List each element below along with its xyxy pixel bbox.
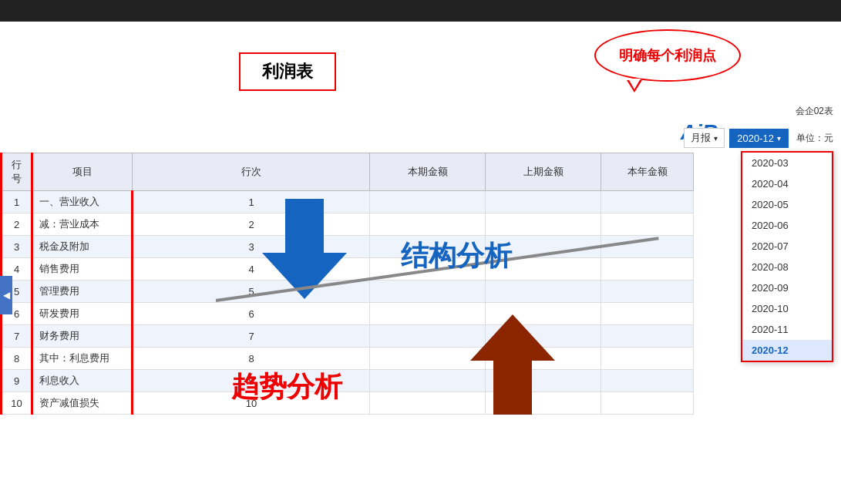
row-amount-0 xyxy=(370,281,486,303)
row-id: 8 xyxy=(2,348,32,370)
row-amount-1 xyxy=(486,281,601,303)
row-amount-0 xyxy=(370,303,486,325)
table-row: 6研发费用6 xyxy=(2,303,694,325)
table-row: 7财务费用7 xyxy=(2,325,694,348)
row-item: 销售费用 xyxy=(32,258,133,281)
dropdown-item[interactable]: 2020-11 xyxy=(742,319,832,340)
row-id: 7 xyxy=(2,325,32,348)
row-seq: 7 xyxy=(133,325,370,348)
col-header-4: 上期金额 xyxy=(486,153,601,191)
row-amount-2 xyxy=(601,191,694,213)
row-amount-0 xyxy=(370,213,486,236)
dropdown-item[interactable]: 2020-07 xyxy=(742,236,832,257)
row-item: 减：营业成本 xyxy=(32,213,133,236)
period-value-select[interactable]: 2020-12 ▾ xyxy=(729,129,789,148)
row-amount-1 xyxy=(486,191,601,213)
dropdown-item[interactable]: 2020-08 xyxy=(742,257,832,277)
dropdown-item[interactable]: 2020-04 xyxy=(742,173,832,194)
table-row: 4销售费用4 xyxy=(2,258,694,281)
dropdown-item[interactable]: 2020-06 xyxy=(742,215,832,236)
table-row: 8其中：利息费用8 xyxy=(2,348,694,370)
row-amount-2 xyxy=(601,281,694,303)
table-area: 行号项目行次本期金额上期金额本年金额 1一、营业收入12减：营业成本23税金及附… xyxy=(0,153,841,504)
svg-marker-1 xyxy=(470,314,555,415)
speech-bubble: 明确每个利润点 xyxy=(594,29,741,82)
bubble-text: 明确每个利润点 xyxy=(619,46,716,65)
row-amount-0 xyxy=(370,392,486,415)
row-item: 一、营业收入 xyxy=(32,191,133,213)
row-amount-0 xyxy=(370,325,486,348)
title-box: 利润表 xyxy=(239,52,336,91)
company-label: 会企02表 xyxy=(796,105,833,118)
period-value-chevron: ▾ xyxy=(777,134,781,143)
row-amount-0 xyxy=(370,191,486,213)
table-row: 9利息收入9 xyxy=(2,370,694,392)
main-content: 明确每个利润点 利润表 AiR 会企02表 月报 ▾ 2020-12 ▾ 单位：… xyxy=(0,22,841,504)
row-amount-2 xyxy=(601,303,694,325)
col-header-0: 行号 xyxy=(2,153,32,191)
row-id: 3 xyxy=(2,236,32,258)
row-amount-1 xyxy=(486,213,601,236)
dropdown-item[interactable]: 2020-09 xyxy=(742,277,832,298)
row-item: 其中：利息费用 xyxy=(32,348,133,370)
period-dropdown[interactable]: 2020-032020-042020-052020-062020-072020-… xyxy=(741,151,833,362)
table-row: 10资产减值损失10 xyxy=(2,392,694,415)
dropdown-item[interactable]: 2020-12 xyxy=(742,340,832,361)
row-id: 9 xyxy=(2,370,32,392)
row-id: 10 xyxy=(2,392,32,415)
row-amount-2 xyxy=(601,370,694,392)
col-header-2: 行次 xyxy=(133,153,370,191)
table-row: 2减：营业成本2 xyxy=(2,213,694,236)
controls-bar: 月报 ▾ 2020-12 ▾ 单位：元 xyxy=(684,128,833,148)
col-header-5: 本年金额 xyxy=(601,153,694,191)
row-amount-0 xyxy=(370,348,486,370)
row-amount-2 xyxy=(601,258,694,281)
period-type-select[interactable]: 月报 ▾ xyxy=(684,128,725,148)
col-header-1: 项目 xyxy=(32,153,133,191)
dropdown-item[interactable]: 2020-10 xyxy=(742,298,832,319)
row-item: 研发费用 xyxy=(32,303,133,325)
row-item: 管理费用 xyxy=(32,281,133,303)
dropdown-item[interactable]: 2020-05 xyxy=(742,194,832,215)
dropdown-item[interactable]: 2020-03 xyxy=(742,153,832,173)
table-header: 行号项目行次本期金额上期金额本年金额 xyxy=(2,153,694,191)
row-amount-2 xyxy=(601,348,694,370)
row-amount-2 xyxy=(601,213,694,236)
row-amount-2 xyxy=(601,325,694,348)
row-seq: 6 xyxy=(133,303,370,325)
row-id: 1 xyxy=(2,191,32,213)
page-title: 利润表 xyxy=(262,62,313,81)
table-row: 1一、营业收入1 xyxy=(2,191,694,213)
row-item: 资产减值损失 xyxy=(32,392,133,415)
period-type-chevron: ▾ xyxy=(714,134,718,143)
row-item: 财务费用 xyxy=(32,325,133,348)
jiegou-label: 结构分析 xyxy=(401,237,512,275)
row-amount-2 xyxy=(601,392,694,415)
row-amount-0 xyxy=(370,370,486,392)
orange-up-arrow xyxy=(470,314,555,415)
top-bar xyxy=(0,0,841,22)
unit-label: 单位：元 xyxy=(796,132,833,145)
row-item: 利息收入 xyxy=(32,370,133,392)
collapse-button[interactable]: ◀ xyxy=(0,276,12,314)
col-header-3: 本期金额 xyxy=(370,153,486,191)
row-id: 2 xyxy=(2,213,32,236)
row-item: 税金及附加 xyxy=(32,236,133,258)
row-seq: 8 xyxy=(133,348,370,370)
qushi-label: 趋势分析 xyxy=(231,368,342,406)
